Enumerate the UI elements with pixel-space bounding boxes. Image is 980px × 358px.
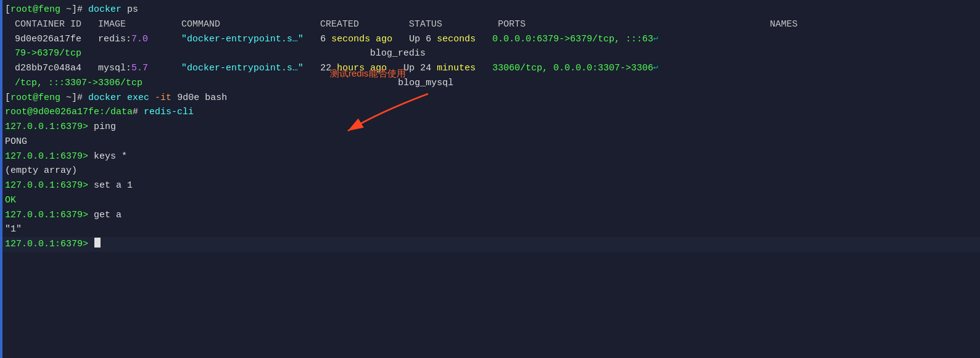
table-row-1-line2: 79->6379/tcp blog_redis: [0, 46, 980, 61]
status-2-text: minutes: [437, 62, 476, 75]
prompt-user: root@feng: [10, 3, 60, 17]
scroll-indicator-1: ↵: [653, 33, 658, 44]
prompt2-close: ]: [72, 91, 77, 105]
ok-text: OK: [5, 194, 16, 207]
command-line-1: [root@feng ~]# docker ps: [0, 2, 980, 17]
cmd-ps: ps: [121, 3, 138, 17]
cmd2-docker: docker exec: [83, 91, 155, 105]
image-2-ver: 5.7: [131, 62, 148, 75]
table-row-2-line2: /tcp, :::3307->3306/tcp blog_mysql: [0, 76, 980, 91]
command-line-2: [root@feng ~]# docker exec -it 9d0e bash: [0, 91, 980, 106]
redis-cmd-keys: keys *: [88, 150, 127, 164]
table-row-2-line1: d28bb7c048a4 mysql:5.7 "docker-entrypoin…: [0, 61, 980, 76]
redis-prompt-1: 127.0.0.1:6379>: [5, 120, 88, 134]
redis-prompt-3: 127.0.0.1:6379>: [5, 179, 88, 193]
cmd2-flag: -it: [155, 91, 171, 105]
cmd-2-text: "docker-entrypoint.s…": [181, 62, 303, 75]
names-1: blog_redis: [370, 47, 426, 60]
cmd-1-text: "docker-entrypoint.s…": [181, 33, 303, 46]
prompt3-user: root@9d0e026a17fe:/data: [5, 106, 133, 119]
annotation-container: 测试redis能否使用: [296, 74, 440, 169]
left-bar: [0, 0, 2, 358]
redis-response-4: "1": [0, 222, 980, 237]
redis-line-1: 127.0.0.1:6379> ping: [0, 120, 980, 135]
cmd-2: [148, 62, 181, 75]
redis-cmd-ping: ping: [88, 120, 116, 134]
redis-cmd-set: set a 1: [88, 179, 133, 193]
container-id-1: 9d0e026a17fe: [15, 33, 81, 46]
prompt3-hash: #: [133, 106, 138, 119]
prompt2-hash: #: [77, 91, 83, 105]
cursor-space: [88, 238, 94, 251]
header-text: CONTAINER ID IMAGE COMMAND CREATED STATU…: [5, 18, 797, 31]
ports-2-text: 33060/tcp, 0.0.0.0:3307->3306: [492, 62, 653, 75]
ports-2-pre: [476, 62, 492, 75]
cmd3-redis-cli: redis-cli: [138, 106, 194, 119]
terminal-window: [root@feng ~]# docker ps CONTAINER ID IM…: [0, 0, 980, 358]
cmd-docker: docker: [83, 3, 121, 17]
command-line-3: root@9d0e026a17fe:/data# redis-cli 测试red…: [0, 105, 980, 120]
prompt2-user: root@feng: [10, 91, 60, 105]
image-1-pre: redis:: [81, 33, 131, 46]
redis-response-1: PONG: [0, 135, 980, 149]
cursor: [94, 238, 101, 248]
arrow-svg: [329, 88, 440, 137]
status-1-pre: Up 6: [392, 33, 437, 46]
redis-prompt-2: 127.0.0.1:6379>: [5, 150, 88, 164]
redis-line-4: 127.0.0.1:6379> get a: [0, 208, 980, 223]
created-1-text: seconds ago: [331, 33, 392, 46]
redis-line-2: 127.0.0.1:6379> keys *: [0, 149, 980, 164]
ports-2-cont: /tcp, :::3307->3306/tcp: [15, 77, 142, 90]
redis-line-3: 127.0.0.1:6379> set a 1: [0, 178, 980, 193]
annotation-text: 测试redis能否使用: [330, 67, 406, 80]
pong-text: PONG: [5, 135, 27, 149]
redis-response-2: (empty array): [0, 164, 980, 178]
spacer-1: [81, 47, 370, 60]
redis-line-5: 127.0.0.1:6379>: [0, 237, 980, 252]
get-result-text: "1": [5, 223, 22, 236]
cmd2-arg: 9d0e bash: [171, 91, 227, 105]
redis-response-3: OK: [0, 193, 980, 208]
image-1-ver: 7.0: [131, 33, 148, 46]
status-1-text: seconds: [437, 33, 476, 46]
table-header: CONTAINER ID IMAGE COMMAND CREATED STATU…: [0, 17, 980, 32]
prompt2-tilde: ~: [60, 91, 72, 105]
container-id-2: d28bb7c048a4: [15, 62, 81, 75]
prompt-close: ]: [72, 3, 77, 17]
prompt2-bracket: [: [5, 91, 10, 105]
redis-prompt-4: 127.0.0.1:6379>: [5, 209, 88, 222]
empty-array-text: (empty array): [5, 164, 77, 178]
redis-prompt-5: 127.0.0.1:6379>: [5, 238, 88, 251]
ports-1-pre: [476, 33, 492, 46]
cmd-1: [148, 33, 181, 46]
ports-1-cont: 79->6379/tcp: [15, 47, 81, 60]
created-1-pre: 6: [303, 33, 331, 46]
ports-1-text: 0.0.0.0:6379->6379/tcp, :::63: [492, 33, 653, 46]
prompt-hash: #: [77, 3, 83, 17]
prompt-tilde: ~: [60, 3, 72, 17]
image-2-pre: mysql:: [81, 62, 131, 75]
table-row-1-line1: 9d0e026a17fe redis:7.0 "docker-entrypoin…: [0, 32, 980, 47]
redis-cmd-get: get a: [88, 209, 121, 222]
scroll-indicator-2: ↵: [653, 62, 658, 73]
prompt-bracket: [: [5, 3, 10, 17]
